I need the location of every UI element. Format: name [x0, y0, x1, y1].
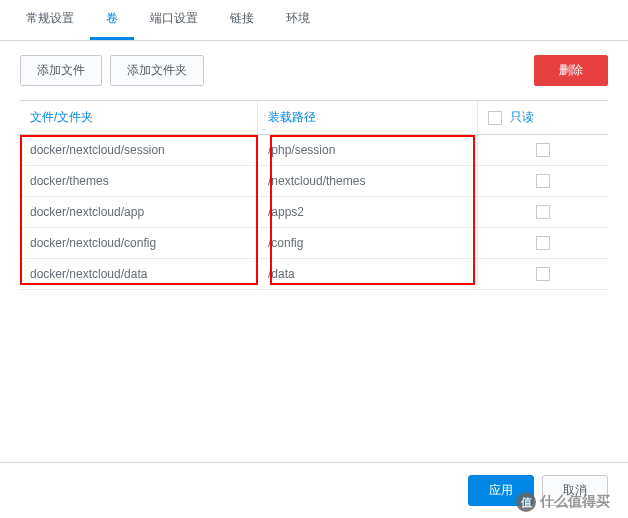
volumes-table: 文件/文件夹 装载路径 只读 docker/nextcloud/session … [0, 100, 628, 290]
cell-readonly [478, 197, 608, 227]
delete-button[interactable]: 删除 [534, 55, 608, 86]
apply-button[interactable]: 应用 [468, 475, 534, 506]
cell-readonly [478, 259, 608, 289]
col-readonly: 只读 [478, 101, 608, 134]
col-mount[interactable]: 装载路径 [258, 101, 478, 134]
readonly-checkbox[interactable] [536, 205, 550, 219]
readonly-all-checkbox[interactable] [488, 111, 502, 125]
col-file[interactable]: 文件/文件夹 [20, 101, 258, 134]
cell-file: docker/nextcloud/app [20, 197, 258, 227]
cell-mount: /php/session [258, 135, 478, 165]
col-readonly-label: 只读 [510, 109, 534, 126]
cell-readonly [478, 166, 608, 196]
cell-file: docker/nextcloud/config [20, 228, 258, 258]
add-file-button[interactable]: 添加文件 [20, 55, 102, 86]
cell-readonly [478, 135, 608, 165]
cell-readonly [478, 228, 608, 258]
readonly-checkbox[interactable] [536, 236, 550, 250]
toolbar: 添加文件 添加文件夹 删除 [0, 41, 628, 100]
cell-mount: /apps2 [258, 197, 478, 227]
table-row[interactable]: docker/themes /nextcloud/themes [20, 166, 608, 197]
cell-mount: /config [258, 228, 478, 258]
table-row[interactable]: docker/nextcloud/data /data [20, 259, 608, 290]
table-row[interactable]: docker/nextcloud/app /apps2 [20, 197, 608, 228]
tab-ports[interactable]: 端口设置 [134, 0, 214, 40]
cancel-button[interactable]: 取消 [542, 475, 608, 506]
cell-file: docker/nextcloud/session [20, 135, 258, 165]
tab-links[interactable]: 链接 [214, 0, 270, 40]
cell-file: docker/themes [20, 166, 258, 196]
footer: 应用 取消 [0, 462, 628, 518]
table-row[interactable]: docker/nextcloud/config /config [20, 228, 608, 259]
table-row[interactable]: docker/nextcloud/session /php/session [20, 135, 608, 166]
add-folder-button[interactable]: 添加文件夹 [110, 55, 204, 86]
cell-mount: /nextcloud/themes [258, 166, 478, 196]
tab-volumes[interactable]: 卷 [90, 0, 134, 40]
tab-env[interactable]: 环境 [270, 0, 326, 40]
cell-mount: /data [258, 259, 478, 289]
readonly-checkbox[interactable] [536, 174, 550, 188]
readonly-checkbox[interactable] [536, 143, 550, 157]
table-header: 文件/文件夹 装载路径 只读 [20, 100, 608, 135]
cell-file: docker/nextcloud/data [20, 259, 258, 289]
table-body: docker/nextcloud/session /php/session do… [20, 135, 608, 290]
tabs-bar: 常规设置 卷 端口设置 链接 环境 [0, 0, 628, 41]
readonly-checkbox[interactable] [536, 267, 550, 281]
tab-general[interactable]: 常规设置 [10, 0, 90, 40]
